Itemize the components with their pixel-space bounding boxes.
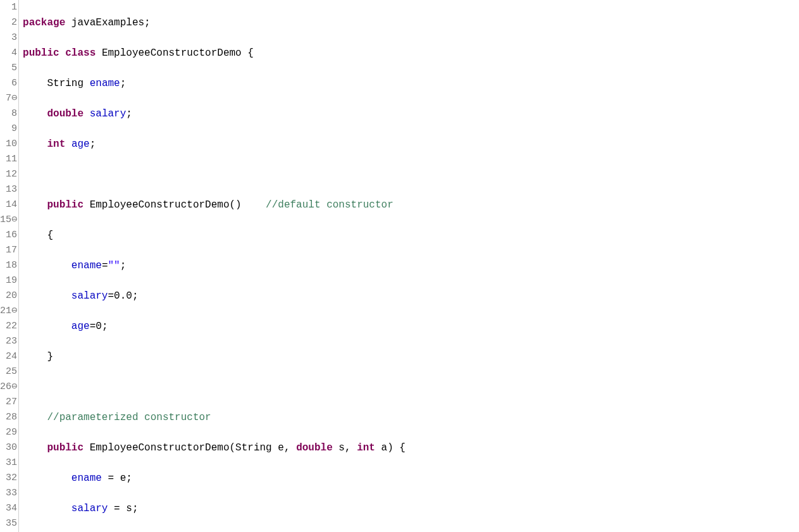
code-line: //parameterized constructor	[23, 410, 799, 425]
line-number: 18	[0, 258, 17, 273]
line-number: 6	[0, 76, 17, 91]
code-line: }	[23, 349, 799, 364]
line-number: 2	[0, 15, 17, 30]
code-line: age=0;	[23, 319, 799, 334]
line-number: 14	[0, 197, 17, 213]
line-number: 26⊖	[0, 380, 17, 395]
line-number: 19	[0, 273, 17, 288]
line-number: 30	[0, 440, 17, 455]
line-number: 17	[0, 243, 17, 258]
line-number: 25	[0, 364, 17, 380]
line-number: 32	[0, 471, 17, 486]
code-editor[interactable]: package javaExamples; public class Emplo…	[19, 0, 799, 532]
line-number: 12	[0, 167, 17, 182]
line-number-gutter: 1234567⊖89101112131415⊖161718192021⊖2223…	[0, 0, 19, 532]
code-line: {	[23, 228, 799, 243]
code-line	[23, 380, 799, 395]
code-line: String ename;	[23, 76, 799, 91]
line-number: 7⊖	[0, 91, 17, 106]
code-line: double salary;	[23, 106, 799, 121]
code-line: package javaExamples;	[23, 15, 799, 30]
line-number: 15⊖	[0, 213, 17, 228]
line-number: 23	[0, 334, 17, 349]
line-number: 27	[0, 395, 17, 410]
code-line: ename="";	[23, 258, 799, 273]
line-number: 24	[0, 349, 17, 364]
code-line: public EmployeeConstructorDemo(String e,…	[23, 440, 799, 455]
code-line: salary=0.0;	[23, 288, 799, 304]
code-line: salary = s;	[23, 501, 799, 516]
code-line: public class EmployeeConstructorDemo {	[23, 46, 799, 61]
line-number: 28	[0, 410, 17, 425]
line-number: 21⊖	[0, 304, 17, 319]
line-number: 16	[0, 228, 17, 243]
line-number: 29	[0, 425, 17, 440]
line-number: 35	[0, 516, 17, 531]
line-number: 10	[0, 137, 17, 152]
code-line	[23, 167, 799, 182]
line-number: 4	[0, 46, 17, 61]
line-number: 8	[0, 106, 17, 121]
code-line: ename = e;	[23, 471, 799, 486]
line-number: 13	[0, 182, 17, 197]
line-number: 20	[0, 288, 17, 304]
line-number: 33	[0, 486, 17, 501]
line-number: 11	[0, 152, 17, 167]
line-number: 5	[0, 61, 17, 76]
line-number: 1	[0, 0, 17, 15]
code-line: public EmployeeConstructorDemo() //defau…	[23, 197, 799, 213]
line-number: 31	[0, 455, 17, 471]
line-number: 34	[0, 501, 17, 516]
line-number: 22	[0, 319, 17, 334]
line-number: 9	[0, 121, 17, 137]
code-line: int age;	[23, 137, 799, 152]
line-number: 3	[0, 30, 17, 46]
